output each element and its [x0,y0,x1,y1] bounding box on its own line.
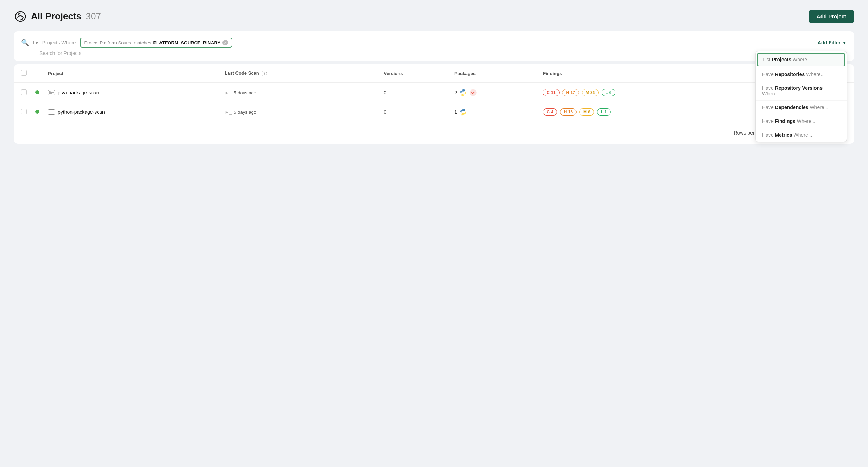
row-checkbox[interactable] [21,109,27,114]
python-lang-icon [459,108,467,116]
row-checkbox-cell [14,83,31,102]
svg-point-4 [470,89,476,96]
project-name[interactable]: python-package-scan [58,109,105,115]
select-all-checkbox[interactable] [21,70,27,76]
dropdown-item-metrics[interactable]: Have Metrics Where... [756,128,847,142]
projects-table-card: Project Last Code Scan ? Versions Packag… [14,64,854,144]
dropdown-item-repositories[interactable]: Have Repositories Where... [756,68,847,81]
filter-dropdown-menu: List Projects Where... Have Repositories… [755,51,847,142]
scan-time: 5 days ago [234,110,256,115]
filter-chip: Project Platform Source matches PLATFORM… [80,38,232,48]
row-status-cell [31,83,44,102]
dropdown-item-findings[interactable]: Have Findings Where... [756,114,847,128]
pagination-row: Rows per page 50 25 100 ‹ Page › [14,122,854,144]
row-status-cell [31,102,44,122]
dropdown-item-dependencies[interactable]: Have Dependencies Where... [756,101,847,114]
row-packages-cell: 1 [450,102,539,122]
col-header-project: Project [44,64,220,83]
filter-chip-prefix: Project Platform Source matches [84,40,151,45]
badge-medium[interactable]: M 8 [579,108,594,116]
table-row: java-package-scan ►_ 5 days ago 0 2 [14,83,854,102]
badge-critical[interactable]: C 11 [543,89,559,96]
last-scan-help-icon[interactable]: ? [262,71,267,76]
filter-chip-close-button[interactable]: ✕ [222,40,228,45]
row-versions-cell: 0 [379,83,450,102]
search-for-projects-label[interactable]: Search for Projects [39,50,81,56]
table-header-row: Project Last Code Scan ? Versions Packag… [14,64,854,83]
dropdown-item-repository-versions[interactable]: Have Repository Versions Where... [756,81,847,101]
row-checkbox[interactable] [21,89,27,95]
project-type-icon [48,90,55,95]
filter-label: List Projects Where [33,40,76,45]
status-dot [35,90,39,94]
col-header-last-scan: Last Code Scan ? [220,64,379,83]
page-header: All Projects 307 Add Project [14,10,854,23]
badge-low[interactable]: L 6 [602,89,615,96]
col-header-findings: Findings [539,64,768,83]
python-lang-icon [459,89,467,96]
scan-time: 5 days ago [234,90,256,95]
project-name[interactable]: java-package-scan [58,90,99,95]
packages-count: 1 [454,109,457,115]
row-versions-cell: 0 [379,102,450,122]
chevron-down-icon: ▼ [842,40,847,45]
table-row: python-package-scan ►_ 5 days ago 0 1 [14,102,854,122]
col-header-status [31,64,44,83]
status-dot [35,110,39,114]
col-header-checkbox [14,64,31,83]
row-packages-cell: 2 [450,83,539,102]
badge-medium[interactable]: M 31 [582,89,599,96]
col-header-packages: Packages [450,64,539,83]
row-project-cell: java-package-scan [44,83,220,102]
row-scan-cell: ►_ 5 days ago [220,102,379,122]
page-title: All Projects 307 [31,11,101,22]
packages-count: 2 [454,90,457,95]
filter-chip-value: PLATFORM_SOURCE_BINARY [153,40,220,45]
search-icon: 🔍 [21,39,29,46]
filter-bar: 🔍 List Projects Where Project Platform S… [14,31,854,61]
vuln-check-icon [469,89,477,96]
header-left: All Projects 307 [14,10,101,23]
badge-high[interactable]: H 17 [562,89,579,96]
project-type-icon [48,109,55,115]
row-checkbox-cell [14,102,31,122]
terminal-icon: ►_ [225,90,232,95]
row-findings-cell: C 11 H 17 M 31 L 6 [539,83,768,102]
add-project-button[interactable]: Add Project [809,10,854,23]
row-findings-cell: C 4 H 16 M 8 L 1 [539,102,768,122]
logo-icon [14,10,27,23]
badge-high[interactable]: H 16 [560,108,577,116]
dropdown-item-projects[interactable]: List Projects Where... [757,53,845,66]
search-row: Search for Projects [21,50,847,56]
badge-critical[interactable]: C 4 [543,108,557,116]
row-project-cell: python-package-scan [44,102,220,122]
projects-table: Project Last Code Scan ? Versions Packag… [14,64,854,122]
filter-dropdown-container: Add Filter ▼ List Projects Where... Have… [818,40,847,45]
add-filter-button[interactable]: Add Filter ▼ [818,40,847,45]
row-scan-cell: ►_ 5 days ago [220,83,379,102]
badge-low[interactable]: L 1 [597,108,611,116]
col-header-versions: Versions [379,64,450,83]
terminal-icon: ►_ [225,110,232,115]
